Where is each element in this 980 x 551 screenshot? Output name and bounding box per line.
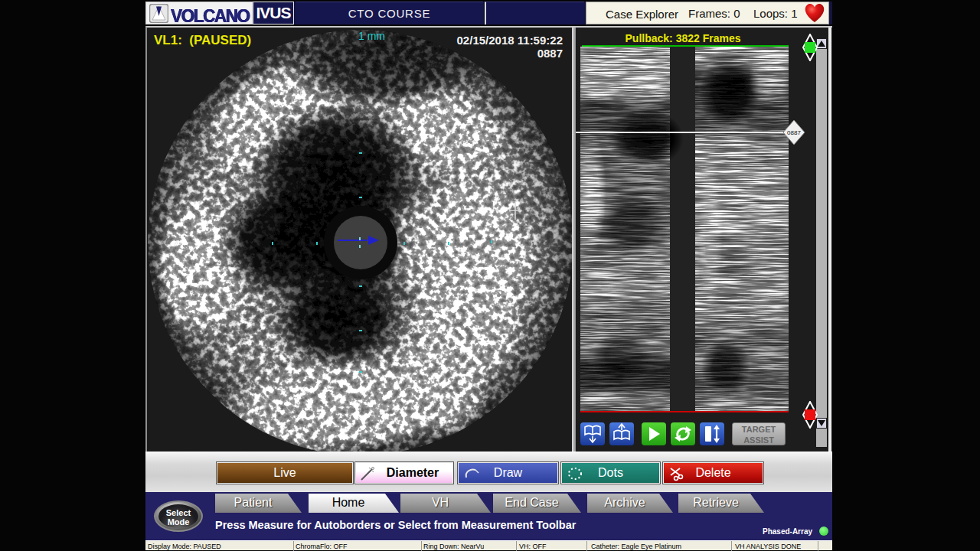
svg-text:0887: 0887 (787, 129, 801, 136)
